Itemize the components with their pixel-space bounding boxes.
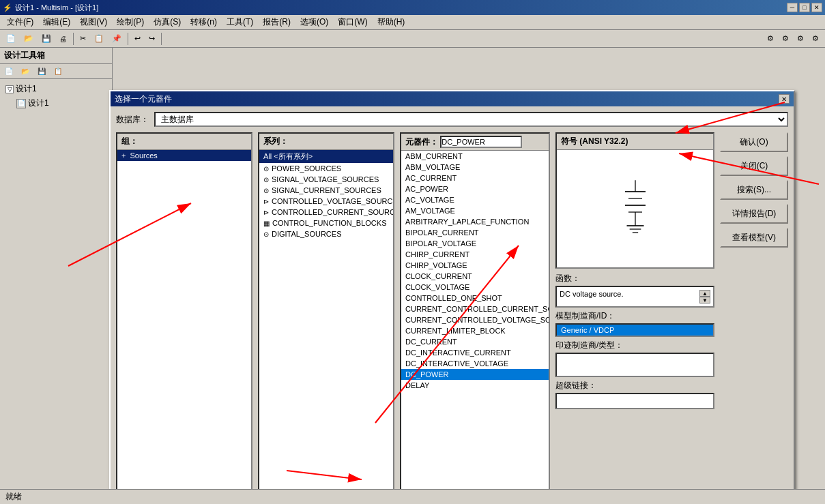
- confirm-button[interactable]: 确认(O): [720, 132, 788, 152]
- comp-bipolar-volt[interactable]: BIPOLAR_VOLTAGE: [401, 238, 549, 249]
- menu-simulate[interactable]: 仿真(S): [149, 15, 185, 29]
- toolbox-btn-3[interactable]: 💾: [34, 65, 49, 77]
- tree-expand-design1[interactable]: ▽: [5, 85, 14, 93]
- redo-button[interactable]: ↪: [145, 32, 158, 45]
- comp-delay[interactable]: DELAY: [401, 380, 549, 391]
- tree-item-design1-child[interactable]: 📄 设计1: [3, 96, 109, 110]
- dialog-title: 选择一个元器件: [115, 93, 779, 105]
- series-item-sig-v[interactable]: ⊙ SIGNAL_VOLTAGE_SOURCES: [259, 174, 393, 185]
- view-model-button[interactable]: 查看模型(V): [720, 228, 788, 248]
- toolbar-sep-3: [161, 33, 162, 45]
- tree-label-design1: 设计1: [16, 83, 37, 95]
- print-button[interactable]: 🖨: [56, 33, 70, 45]
- database-select[interactable]: 主数据库: [154, 112, 788, 127]
- comp-ccc-source[interactable]: CURRENT_CONTROLLED_CURRENT_SOU: [401, 303, 549, 314]
- comp-bipolar-curr[interactable]: BIPOLAR_CURRENT: [401, 227, 549, 238]
- series-item-sig-c[interactable]: ⊙ SIGNAL_CURRENT_SOURCES: [259, 185, 393, 196]
- manufacturer-item[interactable]: Generic / VDCP: [557, 325, 713, 336]
- detail-button[interactable]: 详情报告(D): [720, 204, 788, 224]
- tool-1[interactable]: ⚙: [764, 32, 777, 45]
- tool-4[interactable]: ⚙: [809, 32, 822, 45]
- comp-arb-laplace[interactable]: ARBITRARY_LAPLACE_FUNCTION: [401, 216, 549, 227]
- series-sigc-label: SIGNAL_CURRENT_SOURCES: [272, 186, 381, 194]
- maximize-button[interactable]: □: [799, 3, 810, 12]
- series-sigc-icon: ⊙: [263, 187, 269, 194]
- search-button[interactable]: 搜索(S)...: [720, 180, 788, 200]
- comp-clock-curr[interactable]: CLOCK_CURRENT: [401, 271, 549, 282]
- comp-dc-inter-volt[interactable]: DC_INTERACTIVE_VOLTAGE: [401, 358, 549, 369]
- comp-chirp-curr[interactable]: CHIRP_CURRENT: [401, 249, 549, 260]
- series-item-ctrl-f[interactable]: ▦ CONTROL_FUNCTION_BLOCKS: [259, 218, 393, 228]
- comp-dc-inter-curr[interactable]: DC_INTERACTIVE_CURRENT: [401, 347, 549, 358]
- footprint-section: 印迹制造商/类型：: [555, 340, 714, 377]
- group-list[interactable]: + Sources: [117, 150, 251, 504]
- series-list[interactable]: All <所有系列> ⊙ POWER_SOURCES ⊙ SIGNAL_VOLT…: [259, 150, 393, 504]
- menu-tools[interactable]: 工具(T): [222, 15, 257, 29]
- comp-dc-power[interactable]: DC_POWER: [401, 369, 549, 380]
- tree-item-design1-root[interactable]: ▽ 设计1: [3, 82, 109, 96]
- menu-draw[interactable]: 绘制(P): [113, 15, 148, 29]
- series-ctrlf-icon: ▦: [263, 220, 270, 227]
- toolbar: 📄 📂 💾 🖨 ✂ 📋 📌 ↩ ↪ ⚙ ⚙ ⚙ ⚙: [0, 30, 825, 48]
- comp-chirp-volt[interactable]: CHIRP_VOLTAGE: [401, 260, 549, 271]
- function-scroll-down[interactable]: ▼: [699, 297, 710, 303]
- toolbar-sep-1: [73, 33, 74, 45]
- comp-abm-current[interactable]: ABM_CURRENT: [401, 151, 549, 162]
- series-digital-label: DIGITAL_SOURCES: [272, 230, 342, 238]
- component-header: 元器件：: [401, 134, 549, 151]
- close-button[interactable]: 关闭(C): [720, 156, 788, 176]
- undo-button[interactable]: ↩: [131, 32, 144, 45]
- hyperlink-box: [555, 393, 714, 409]
- close-button[interactable]: ✕: [811, 3, 822, 12]
- save-button[interactable]: 💾: [38, 32, 55, 45]
- menu-file[interactable]: 文件(F): [3, 15, 38, 29]
- database-label: 数据库：: [116, 114, 149, 125]
- tool-2[interactable]: ⚙: [779, 32, 792, 45]
- comp-am-voltage[interactable]: AM_VOLTAGE: [401, 205, 549, 216]
- comp-abm-voltage[interactable]: ABM_VOLTAGE: [401, 162, 549, 173]
- component-list[interactable]: ABM_CURRENT ABM_VOLTAGE AC_CURRENT AC_PO…: [401, 151, 549, 504]
- toolbox-header: 设计工具箱: [0, 48, 112, 64]
- tool-3[interactable]: ⚙: [794, 32, 807, 45]
- comp-curr-limiter[interactable]: CURRENT_LIMITER_BLOCK: [401, 325, 549, 336]
- dialog-content: 组： + Sources 系列： All <所有系列>: [116, 132, 788, 504]
- cut-button[interactable]: ✂: [76, 32, 89, 45]
- function-scroll-up[interactable]: ▲: [699, 290, 710, 297]
- comp-dc-current[interactable]: DC_CURRENT: [401, 336, 549, 347]
- paste-button[interactable]: 📌: [108, 32, 125, 45]
- menu-transfer[interactable]: 转移(n): [186, 15, 221, 29]
- ready-label: 就绪: [5, 491, 22, 503]
- comp-ac-current[interactable]: AC_CURRENT: [401, 173, 549, 183]
- comp-ccv-source[interactable]: CURRENT_CONTROLLED_VOLTAGE_SOU: [401, 314, 549, 325]
- comp-ac-voltage[interactable]: AC_VOLTAGE: [401, 194, 549, 205]
- comp-ac-power[interactable]: AC_POWER: [401, 183, 549, 194]
- menu-help[interactable]: 帮助(H): [373, 15, 409, 29]
- menu-reports[interactable]: 报告(R): [259, 15, 295, 29]
- series-sigv-label: SIGNAL_VOLTAGE_SOURCES: [272, 175, 379, 183]
- footprint-box: [555, 353, 714, 377]
- menu-edit[interactable]: 编辑(E): [39, 15, 74, 29]
- menu-view[interactable]: 视图(V): [76, 15, 111, 29]
- open-button[interactable]: 📂: [20, 32, 37, 45]
- menu-window[interactable]: 窗口(W): [334, 15, 371, 29]
- minimize-button[interactable]: ─: [787, 3, 798, 12]
- group-item-sources[interactable]: + Sources: [117, 150, 251, 161]
- menu-options[interactable]: 选项(O): [296, 15, 332, 29]
- toolbox-btn-1[interactable]: 📄: [1, 65, 16, 77]
- component-search-input[interactable]: [440, 136, 522, 148]
- menu-bar: 文件(F) 编辑(E) 视图(V) 绘制(P) 仿真(S) 转移(n) 工具(T…: [0, 15, 825, 30]
- copy-button[interactable]: 📋: [91, 32, 107, 45]
- toolbox-btn-4[interactable]: 📋: [50, 65, 66, 77]
- series-item-ctrl-c[interactable]: ⊳ CONTROLLED_CURRENT_SOURCE: [259, 207, 393, 218]
- comp-clock-volt[interactable]: CLOCK_VOLTAGE: [401, 282, 549, 293]
- comp-ctrl-one-shot[interactable]: CONTROLLED_ONE_SHOT: [401, 293, 549, 303]
- series-item-all[interactable]: All <所有系列>: [259, 150, 393, 163]
- series-sigv-icon: ⊙: [263, 176, 269, 183]
- series-item-digital[interactable]: ⊙ DIGITAL_SOURCES: [259, 228, 393, 239]
- dialog-close-x-button[interactable]: ✕: [779, 94, 790, 104]
- dialog-title-bar: 选择一个元器件 ✕: [111, 91, 794, 106]
- series-item-power[interactable]: ⊙ POWER_SOURCES: [259, 163, 393, 174]
- series-item-ctrl-v[interactable]: ⊳ CONTROLLED_VOLTAGE_SOURCE: [259, 196, 393, 207]
- toolbox-btn-2[interactable]: 📂: [18, 65, 33, 77]
- new-button[interactable]: 📄: [3, 32, 19, 45]
